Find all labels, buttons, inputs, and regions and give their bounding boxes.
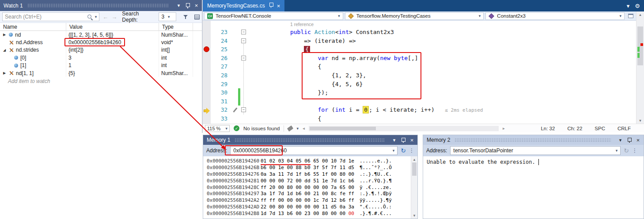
expand-icon[interactable]: ▶ <box>2 71 7 75</box>
refresh-icon[interactable]: ↻ <box>401 147 406 154</box>
memory-bytes[interactable]: 01 02 03 04 05 06 65 00 10 7d 1e <box>261 158 360 165</box>
code-line[interactable]: 27 { <box>203 62 644 71</box>
watch-value[interactable]: {5} <box>66 69 159 77</box>
tab-close-icon[interactable]: × <box>277 3 280 9</box>
watch-row[interactable]: ◢nd.strides {int[2]} int[] <box>0 46 202 54</box>
chevron-down-icon[interactable]: ▾ <box>95 15 97 19</box>
memory-bytes[interactable]: 1d 7d 13 b6 00 23 00 80 00 00 00 <box>261 211 360 217</box>
pin-icon[interactable] <box>399 136 407 144</box>
memory-row[interactable]: 0x000002556B19426Bb6 00 1e 00 88 b0 3f 5… <box>203 165 417 171</box>
watch-value[interactable]: 1 <box>66 62 159 69</box>
memory-row[interactable]: 0x000002556B1942A2ff ff 00 00 00 00 1c 7… <box>203 197 417 204</box>
filter-icon[interactable] <box>183 14 189 20</box>
memory-bytes[interactable]: 22 00 80 00 00 00 00 11 d5 0a 3a <box>261 204 360 211</box>
vertical-scrollbar[interactable]: ▴ ▾ <box>411 156 417 219</box>
code-line[interactable]: 23 public Action<int> Constant2x3 <box>203 28 644 37</box>
code-line[interactable]: 25 { <box>203 45 644 54</box>
chevron-down-icon[interactable]: ▾ <box>393 148 395 153</box>
watch-row[interactable]: ▶nd[1, 1] {5} NumShar... <box>0 69 202 77</box>
close-icon[interactable]: × <box>193 2 200 9</box>
horizontal-scrollbar[interactable] <box>309 126 499 131</box>
code-line[interactable]: 24 => (iterate) => <box>203 37 644 45</box>
search-prev-icon[interactable]: ← <box>102 14 108 20</box>
window-menu-icon[interactable]: ▾ <box>390 136 398 144</box>
vertical-scrollbar[interactable]: ▴ ▾ <box>636 11 644 124</box>
scroll-down-icon[interactable]: ▾ <box>411 213 417 218</box>
code-line[interactable]: 28 {1, 2, 3}, <box>203 71 644 80</box>
change-marker[interactable] <box>637 53 640 58</box>
change-marker[interactable] <box>637 47 640 52</box>
gear-icon[interactable]: ⚙ <box>635 3 640 9</box>
outline-collapse-icon[interactable]: − <box>241 107 246 112</box>
code-line[interactable]: 26 var nd = np.array(new byte[,] <box>203 54 644 63</box>
scrollbar-thumb[interactable] <box>412 162 417 176</box>
close-icon[interactable]: × <box>634 136 642 144</box>
memory-bytes[interactable]: ff 20 00 80 00 00 00 00 7a 65 00 <box>261 185 360 191</box>
memory-bytes[interactable]: ff ff 00 00 00 00 1c 7d 12 b6 ff <box>261 197 360 204</box>
memory1-titlebar[interactable]: Memory 1 ▾ × <box>203 135 417 145</box>
zoom-select[interactable]: 115 % ▾ <box>205 125 230 132</box>
watch-titlebar[interactable]: Watch 1 ▾ × <box>0 0 202 11</box>
memory-row[interactable]: 0x000002556B1942760a 3a 11 7d 1f b6 55 1… <box>203 171 417 178</box>
window-menu-icon[interactable]: ▾ <box>617 136 624 144</box>
code-line[interactable]: 29 {4, 5, 6} <box>203 80 644 89</box>
spaces-toggle[interactable]: SPC <box>595 126 605 131</box>
member-selector[interactable]: Constant2x3 ▾ <box>485 12 625 20</box>
project-selector[interactable]: C# TensorFlowNET.Console ▾ <box>204 12 343 20</box>
codelens-references[interactable]: 1 reference <box>290 21 644 28</box>
add-watch-row[interactable]: Add item to watch <box>0 77 202 84</box>
watch-row[interactable]: ▶nd {[[1, 2, 3], [4, 5, 6]]} NumShar... <box>0 31 202 38</box>
column-header-value[interactable]: Value <box>66 23 159 30</box>
memory1-dump[interactable]: 0x000002556B19426001 02 03 04 05 06 65 0… <box>203 156 417 219</box>
refresh-icon[interactable]: ↻ <box>624 147 629 154</box>
line-ending-toggle[interactable]: CRLF <box>617 126 631 131</box>
toolbar-overflow-icon[interactable]: ⋮ <box>632 147 637 154</box>
code-line[interactable]: 31 <box>203 97 644 106</box>
watch-value[interactable]: {int[2]} <box>66 46 159 54</box>
column-header-name[interactable]: Name <box>0 23 66 30</box>
watch-value[interactable]: 0x000002556b194260 <box>66 38 159 46</box>
scroll-up-icon[interactable]: ▴ <box>636 12 644 17</box>
pin-icon[interactable] <box>625 136 633 144</box>
outline-collapse-icon[interactable]: − <box>241 30 246 34</box>
scrollbar-thumb[interactable] <box>310 127 376 130</box>
tab-pin-icon[interactable] <box>269 2 273 9</box>
breakpoint-marker[interactable] <box>640 43 643 46</box>
watch-row[interactable]: [1] 1 int <box>0 62 202 69</box>
split-editor-handle[interactable] <box>628 14 633 18</box>
code-line[interactable]: 33 { <box>203 114 644 123</box>
memory-row[interactable]: 0x000002556B19428100 00 00 72 00 dd 51 1… <box>203 178 417 185</box>
chevron-down-icon[interactable]: ▾ <box>296 126 299 131</box>
memory2-message-area[interactable]: Unable to evaluate the expression. <box>423 156 644 168</box>
type-selector[interactable]: Tensorflow.MemoryTestingCases ▾ <box>345 12 484 20</box>
expand-icon[interactable]: ▶ <box>2 33 7 37</box>
memory-bytes[interactable]: 0a 3a 11 7d 1f b6 55 1f 00 80 00 <box>261 171 360 178</box>
outline-collapse-icon[interactable]: − <box>241 38 246 43</box>
watch-options-icon[interactable] <box>194 15 200 19</box>
close-icon[interactable]: × <box>408 136 416 144</box>
memory2-titlebar[interactable]: Memory 2 ▾ × <box>423 135 644 145</box>
column-header-type[interactable]: Type <box>159 23 193 30</box>
outline-collapse-icon[interactable]: − <box>241 56 246 60</box>
memory-bytes[interactable]: 3a 1f 7d 1d b6 00 21 00 8c fe ff <box>261 191 360 197</box>
code-area[interactable]: 1 reference 23 public Action<int> Consta… <box>203 21 644 124</box>
watch-value[interactable]: {[[1, 2, 3], [4, 5, 6]]} <box>66 31 159 38</box>
scroll-left-icon[interactable]: ◂ <box>303 126 305 131</box>
search-depth-select[interactable]: 3 ▾ <box>159 12 176 21</box>
watch-row[interactable]: [0] 3 int <box>0 54 202 61</box>
issues-status[interactable]: No issues found <box>243 126 280 131</box>
memory-bytes[interactable]: b6 00 1e 00 88 b0 3f 5f 7f 11 d5 <box>261 165 360 171</box>
scrollbar-thumb[interactable] <box>637 26 643 65</box>
address-input[interactable]: 0x000002556B194260 ▾ <box>230 146 398 155</box>
breakpoint-icon[interactable] <box>204 46 209 52</box>
window-menu-icon[interactable]: ▾ <box>175 2 182 9</box>
code-cleanup-icon[interactable] <box>287 125 293 131</box>
tab-memorytestingcases[interactable]: MemoryTestingCases.cs × <box>203 0 284 11</box>
toolbar-overflow-icon[interactable]: ⋮ <box>409 147 414 154</box>
code-line[interactable]: 32 for (int i = 0; i < iterate; i++) ≤ 2… <box>203 106 644 114</box>
code-line[interactable]: 30 }); <box>203 88 644 97</box>
chevron-down-icon[interactable]: ▾ <box>616 148 618 153</box>
memory-bytes[interactable]: 00 00 00 72 00 dd 51 1e 7d 1c b6 <box>261 178 360 185</box>
window-menu-icon[interactable]: ▾ <box>627 3 630 9</box>
address-input[interactable]: tensor.TensorDataPointer ▾ <box>450 146 621 155</box>
